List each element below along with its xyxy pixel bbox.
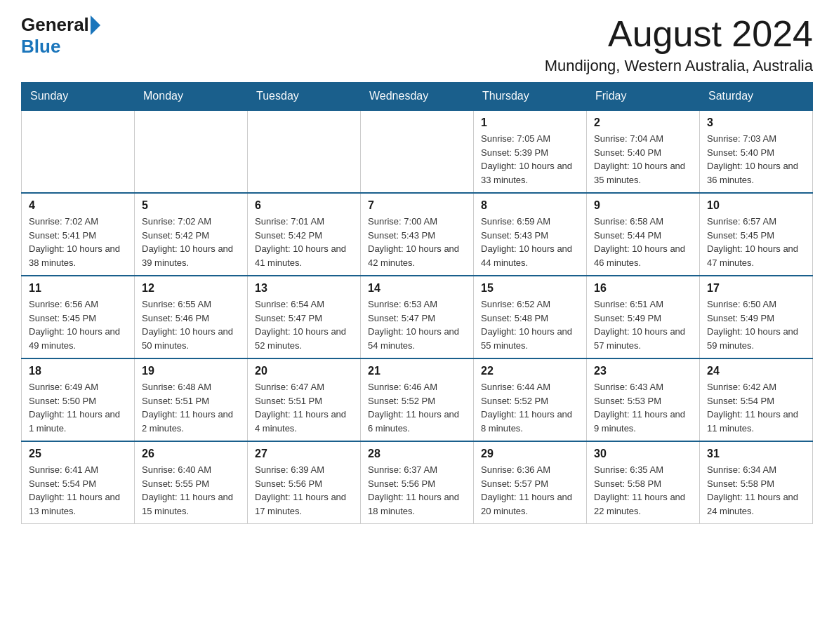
weekday-header-thursday: Thursday (474, 83, 587, 111)
location-title: Mundijong, Western Australia, Australia (545, 57, 813, 75)
calendar-table: SundayMondayTuesdayWednesdayThursdayFrid… (21, 82, 813, 524)
logo-general-text: General (21, 14, 89, 36)
day-info: Sunrise: 7:01 AMSunset: 5:42 PMDaylight:… (255, 215, 353, 269)
day-number: 19 (142, 365, 240, 377)
calendar-cell: 23Sunrise: 6:43 AMSunset: 5:53 PMDayligh… (587, 358, 700, 441)
day-info: Sunrise: 6:58 AMSunset: 5:44 PMDaylight:… (594, 215, 692, 269)
day-info: Sunrise: 6:57 AMSunset: 5:45 PMDaylight:… (707, 215, 805, 269)
day-number: 27 (255, 448, 353, 460)
calendar-cell: 7Sunrise: 7:00 AMSunset: 5:43 PMDaylight… (361, 193, 474, 276)
day-number: 20 (255, 365, 353, 377)
weekday-header-monday: Monday (135, 83, 248, 111)
calendar-cell: 19Sunrise: 6:48 AMSunset: 5:51 PMDayligh… (135, 358, 248, 441)
calendar-cell: 30Sunrise: 6:35 AMSunset: 5:58 PMDayligh… (587, 441, 700, 524)
day-number: 29 (481, 448, 579, 460)
day-number: 16 (594, 282, 692, 295)
day-info: Sunrise: 6:40 AMSunset: 5:55 PMDaylight:… (142, 463, 240, 518)
day-number: 31 (707, 448, 805, 460)
calendar-cell: 12Sunrise: 6:55 AMSunset: 5:46 PMDayligh… (135, 276, 248, 358)
calendar-cell: 25Sunrise: 6:41 AMSunset: 5:54 PMDayligh… (22, 441, 135, 524)
day-info: Sunrise: 6:52 AMSunset: 5:48 PMDaylight:… (481, 297, 579, 352)
day-number: 15 (481, 282, 579, 295)
calendar-cell: 9Sunrise: 6:58 AMSunset: 5:44 PMDaylight… (587, 193, 700, 276)
calendar-cell (135, 110, 248, 193)
day-number: 5 (142, 199, 240, 212)
day-number: 3 (707, 116, 805, 129)
calendar-cell: 21Sunrise: 6:46 AMSunset: 5:52 PMDayligh… (361, 358, 474, 441)
day-number: 30 (594, 448, 692, 460)
day-number: 10 (707, 199, 805, 212)
logo-arrow-icon (91, 15, 100, 35)
day-number: 14 (368, 282, 466, 295)
calendar-cell: 20Sunrise: 6:47 AMSunset: 5:51 PMDayligh… (248, 358, 361, 441)
calendar-cell: 2Sunrise: 7:04 AMSunset: 5:40 PMDaylight… (587, 110, 700, 193)
calendar-cell: 5Sunrise: 7:02 AMSunset: 5:42 PMDaylight… (135, 193, 248, 276)
day-info: Sunrise: 6:55 AMSunset: 5:46 PMDaylight:… (142, 297, 240, 352)
day-info: Sunrise: 6:49 AMSunset: 5:50 PMDaylight:… (29, 380, 127, 435)
calendar-cell: 4Sunrise: 7:02 AMSunset: 5:41 PMDaylight… (22, 193, 135, 276)
weekday-header-tuesday: Tuesday (248, 83, 361, 111)
calendar-cell: 8Sunrise: 6:59 AMSunset: 5:43 PMDaylight… (474, 193, 587, 276)
calendar-cell: 14Sunrise: 6:53 AMSunset: 5:47 PMDayligh… (361, 276, 474, 358)
day-number: 1 (481, 116, 579, 129)
day-info: Sunrise: 6:46 AMSunset: 5:52 PMDaylight:… (368, 380, 466, 435)
day-info: Sunrise: 6:43 AMSunset: 5:53 PMDaylight:… (594, 380, 692, 435)
weekday-header-wednesday: Wednesday (361, 83, 474, 111)
calendar-cell: 15Sunrise: 6:52 AMSunset: 5:48 PMDayligh… (474, 276, 587, 358)
weekday-header-friday: Friday (587, 83, 700, 111)
day-number: 18 (29, 365, 127, 377)
calendar-cell: 28Sunrise: 6:37 AMSunset: 5:56 PMDayligh… (361, 441, 474, 524)
day-info: Sunrise: 7:04 AMSunset: 5:40 PMDaylight:… (594, 132, 692, 187)
calendar-week-row: 4Sunrise: 7:02 AMSunset: 5:41 PMDaylight… (22, 193, 813, 276)
month-title: August 2024 (545, 14, 813, 54)
calendar-cell: 22Sunrise: 6:44 AMSunset: 5:52 PMDayligh… (474, 358, 587, 441)
day-info: Sunrise: 7:00 AMSunset: 5:43 PMDaylight:… (368, 215, 466, 269)
calendar-cell: 1Sunrise: 7:05 AMSunset: 5:39 PMDaylight… (474, 110, 587, 193)
day-info: Sunrise: 6:48 AMSunset: 5:51 PMDaylight:… (142, 380, 240, 435)
day-info: Sunrise: 6:56 AMSunset: 5:45 PMDaylight:… (29, 297, 127, 352)
day-info: Sunrise: 6:39 AMSunset: 5:56 PMDaylight:… (255, 463, 353, 518)
day-info: Sunrise: 6:42 AMSunset: 5:54 PMDaylight:… (707, 380, 805, 435)
calendar-cell: 26Sunrise: 6:40 AMSunset: 5:55 PMDayligh… (135, 441, 248, 524)
weekday-header-saturday: Saturday (700, 83, 813, 111)
calendar-week-row: 11Sunrise: 6:56 AMSunset: 5:45 PMDayligh… (22, 276, 813, 358)
day-number: 25 (29, 448, 127, 460)
day-info: Sunrise: 7:03 AMSunset: 5:40 PMDaylight:… (707, 132, 805, 187)
calendar-cell: 24Sunrise: 6:42 AMSunset: 5:54 PMDayligh… (700, 358, 813, 441)
day-info: Sunrise: 6:53 AMSunset: 5:47 PMDaylight:… (368, 297, 466, 352)
calendar-cell: 16Sunrise: 6:51 AMSunset: 5:49 PMDayligh… (587, 276, 700, 358)
calendar-cell (248, 110, 361, 193)
day-info: Sunrise: 6:54 AMSunset: 5:47 PMDaylight:… (255, 297, 353, 352)
day-number: 6 (255, 199, 353, 212)
calendar-cell: 29Sunrise: 6:36 AMSunset: 5:57 PMDayligh… (474, 441, 587, 524)
logo-blue-text: Blue (21, 36, 60, 57)
calendar-cell: 10Sunrise: 6:57 AMSunset: 5:45 PMDayligh… (700, 193, 813, 276)
day-number: 26 (142, 448, 240, 460)
calendar-cell: 6Sunrise: 7:01 AMSunset: 5:42 PMDaylight… (248, 193, 361, 276)
calendar-cell: 18Sunrise: 6:49 AMSunset: 5:50 PMDayligh… (22, 358, 135, 441)
day-info: Sunrise: 6:37 AMSunset: 5:56 PMDaylight:… (368, 463, 466, 518)
day-info: Sunrise: 7:02 AMSunset: 5:42 PMDaylight:… (142, 215, 240, 269)
calendar-week-row: 1Sunrise: 7:05 AMSunset: 5:39 PMDaylight… (22, 110, 813, 193)
day-info: Sunrise: 6:41 AMSunset: 5:54 PMDaylight:… (29, 463, 127, 518)
calendar-cell: 3Sunrise: 7:03 AMSunset: 5:40 PMDaylight… (700, 110, 813, 193)
day-info: Sunrise: 7:05 AMSunset: 5:39 PMDaylight:… (481, 132, 579, 187)
day-number: 28 (368, 448, 466, 460)
weekday-header-row: SundayMondayTuesdayWednesdayThursdayFrid… (22, 83, 813, 111)
day-info: Sunrise: 6:59 AMSunset: 5:43 PMDaylight:… (481, 215, 579, 269)
calendar-week-row: 18Sunrise: 6:49 AMSunset: 5:50 PMDayligh… (22, 358, 813, 441)
day-info: Sunrise: 6:47 AMSunset: 5:51 PMDaylight:… (255, 380, 353, 435)
calendar-cell (22, 110, 135, 193)
header: General Blue August 2024 Mundijong, West… (21, 14, 813, 75)
calendar-cell: 13Sunrise: 6:54 AMSunset: 5:47 PMDayligh… (248, 276, 361, 358)
day-number: 7 (368, 199, 466, 212)
calendar-cell: 31Sunrise: 6:34 AMSunset: 5:58 PMDayligh… (700, 441, 813, 524)
day-number: 23 (594, 365, 692, 377)
day-number: 24 (707, 365, 805, 377)
calendar-cell: 11Sunrise: 6:56 AMSunset: 5:45 PMDayligh… (22, 276, 135, 358)
day-number: 2 (594, 116, 692, 129)
day-info: Sunrise: 6:36 AMSunset: 5:57 PMDaylight:… (481, 463, 579, 518)
day-number: 4 (29, 199, 127, 212)
day-info: Sunrise: 6:51 AMSunset: 5:49 PMDaylight:… (594, 297, 692, 352)
title-area: August 2024 Mundijong, Western Australia… (545, 14, 813, 75)
